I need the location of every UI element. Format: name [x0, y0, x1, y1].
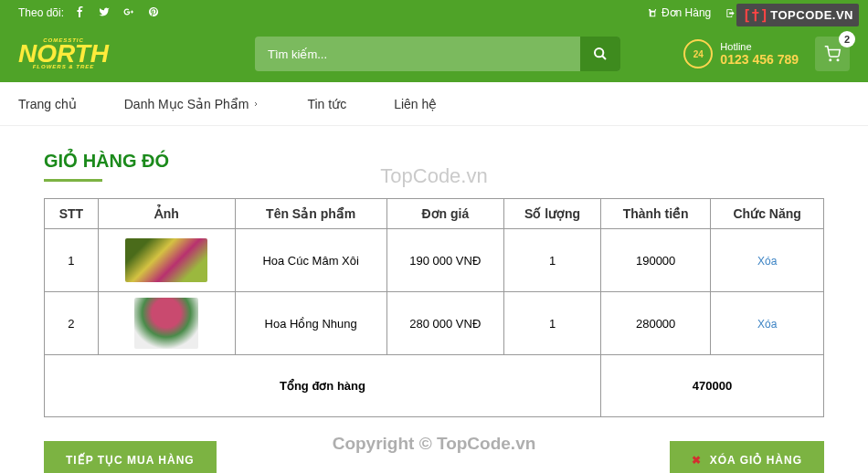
cell-name: Hoa Cúc Mâm Xôi [235, 229, 386, 292]
social-icons [75, 6, 159, 20]
svg-line-2 [602, 56, 606, 59]
main-nav: Trang chủ Danh Mục Sản Phẩm Tin tức Liên… [0, 82, 868, 126]
search-wrap [255, 37, 620, 71]
google-plus-icon[interactable] [122, 6, 135, 20]
svg-point-1 [595, 48, 603, 57]
cell-price: 280 000 VNĐ [386, 292, 504, 355]
total-value: 470000 [600, 355, 823, 417]
action-buttons: Tiếp Tục Mua Hàng ✖ Xóa Giỏ Hàng [44, 441, 824, 473]
cell-subtotal: 280000 [600, 292, 710, 355]
svg-point-4 [837, 59, 839, 61]
facebook-icon[interactable] [75, 6, 86, 20]
delete-link[interactable]: Xóa [757, 255, 777, 268]
nav-contact[interactable]: Liên hệ [394, 97, 437, 111]
cart-badge: 2 [839, 31, 855, 47]
cell-image [98, 229, 235, 292]
th-action: Chức Năng [711, 199, 824, 229]
orders-link[interactable]: Đơn Hàng [648, 6, 711, 19]
nav-home[interactable]: Trang chủ [18, 97, 77, 111]
support-24-icon: 24 [683, 39, 713, 68]
cell-stt: 2 [45, 292, 99, 355]
th-image: Ảnh [98, 199, 235, 229]
chevron-right-icon [252, 100, 259, 108]
total-row: Tổng đơn hàng 470000 [45, 355, 824, 417]
continue-shopping-button[interactable]: Tiếp Tục Mua Hàng [44, 441, 217, 473]
table-row: 2 Hoa Hồng Nhung 280 000 VNĐ 1 280000 Xó… [45, 292, 824, 355]
search-button[interactable] [580, 37, 620, 71]
total-label: Tổng đơn hàng [45, 355, 601, 417]
cell-qty: 1 [504, 229, 601, 292]
follow-label: Theo dõi: [18, 6, 64, 19]
svg-point-3 [830, 59, 831, 61]
cart-table: STT Ảnh Tên Sản phẩm Đơn giá Số lượng Th… [44, 198, 824, 417]
pinterest-icon[interactable] [148, 6, 159, 20]
cell-stt: 1 [45, 229, 99, 292]
page-title: GIỎ HÀNG ĐÓ [44, 150, 824, 172]
hotline-label: Hotline [720, 41, 799, 52]
cart-button[interactable]: 2 [815, 37, 850, 71]
twitter-icon[interactable] [99, 6, 110, 20]
close-icon: ✖ [692, 454, 702, 467]
search-input[interactable] [255, 37, 620, 71]
th-name: Tên Sản phẩm [235, 199, 386, 229]
clear-cart-button[interactable]: ✖ Xóa Giỏ Hàng [670, 441, 824, 473]
nav-categories[interactable]: Danh Mục Sản Phẩm [124, 97, 260, 111]
th-qty: Số lượng [504, 199, 601, 229]
cell-price: 190 000 VNĐ [386, 229, 504, 292]
table-row: 1 Hoa Cúc Mâm Xôi 190 000 VNĐ 1 190000 X… [45, 229, 824, 292]
hotline: 24 Hotline 0123 456 789 [683, 39, 799, 68]
title-underline [44, 179, 102, 182]
main-content: GIỎ HÀNG ĐÓ STT Ảnh Tên Sản phẩm Đơn giá… [0, 126, 868, 473]
logo[interactable]: COMESSTIC NORTH FLOWERS & TREE [18, 38, 109, 69]
th-stt: STT [45, 199, 99, 229]
product-image [134, 298, 198, 349]
product-image [125, 238, 207, 282]
th-price: Đơn giá [386, 199, 504, 229]
th-subtotal: Thành tiền [600, 199, 710, 229]
cell-qty: 1 [504, 292, 601, 355]
nav-news[interactable]: Tin tức [307, 97, 346, 111]
delete-link[interactable]: Xóa [757, 318, 777, 331]
cell-name: Hoa Hồng Nhung [235, 292, 386, 355]
hotline-number: 0123 456 789 [720, 52, 799, 67]
header: COMESSTIC NORTH FLOWERS & TREE 24 Hotlin… [0, 26, 868, 82]
cell-subtotal: 190000 [600, 229, 710, 292]
watermark-logo: [†]TOPCODE.VN [736, 4, 859, 26]
cell-image [98, 292, 235, 355]
